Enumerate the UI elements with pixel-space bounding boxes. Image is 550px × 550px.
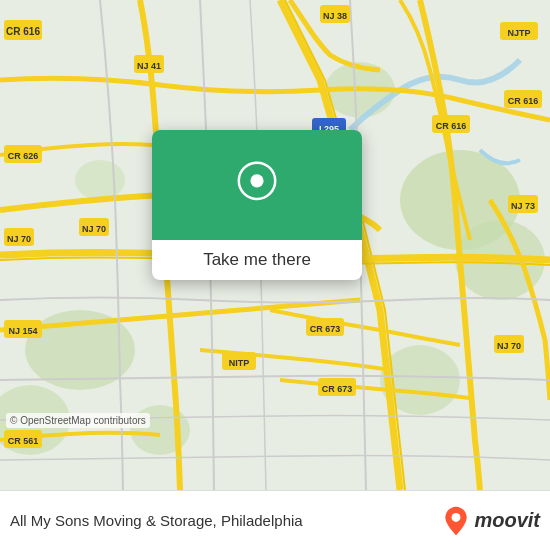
svg-point-46	[250, 174, 263, 187]
business-name: All My Sons Moving & Storage, Philadelph…	[10, 512, 434, 529]
svg-text:CR 616: CR 616	[436, 121, 467, 131]
popup-card[interactable]: Take me there	[152, 130, 362, 280]
svg-text:NJ 41: NJ 41	[137, 61, 161, 71]
moovit-brand-text: moovit	[474, 509, 540, 532]
svg-text:CR 626: CR 626	[8, 151, 39, 161]
svg-text:CR 673: CR 673	[322, 384, 353, 394]
moovit-pin-icon	[442, 505, 470, 537]
svg-point-8	[75, 160, 125, 200]
map-container: CR 616 NJ 38 NJTP NJ 41 I 295 CR 616 CR …	[0, 0, 550, 490]
take-me-there-button[interactable]: Take me there	[152, 240, 362, 280]
moovit-logo: moovit	[442, 505, 540, 537]
svg-text:NJ 73: NJ 73	[511, 201, 535, 211]
bottom-bar: All My Sons Moving & Storage, Philadelph…	[0, 490, 550, 550]
svg-text:NJ 70: NJ 70	[497, 341, 521, 351]
svg-text:CR 673: CR 673	[310, 324, 341, 334]
svg-text:NJ 70: NJ 70	[7, 234, 31, 244]
location-pin-icon	[233, 161, 281, 209]
svg-text:NITP: NITP	[229, 358, 250, 368]
svg-point-47	[452, 513, 461, 522]
svg-text:CR 616: CR 616	[6, 26, 40, 37]
map-attribution: © OpenStreetMap contributors	[6, 413, 150, 428]
svg-text:CR 616: CR 616	[508, 96, 539, 106]
svg-text:NJTP: NJTP	[507, 28, 530, 38]
svg-text:NJ 154: NJ 154	[8, 326, 37, 336]
svg-text:NJ 70: NJ 70	[82, 224, 106, 234]
svg-text:CR 561: CR 561	[8, 436, 39, 446]
svg-text:NJ 38: NJ 38	[323, 11, 347, 21]
popup-map-preview	[152, 130, 362, 240]
